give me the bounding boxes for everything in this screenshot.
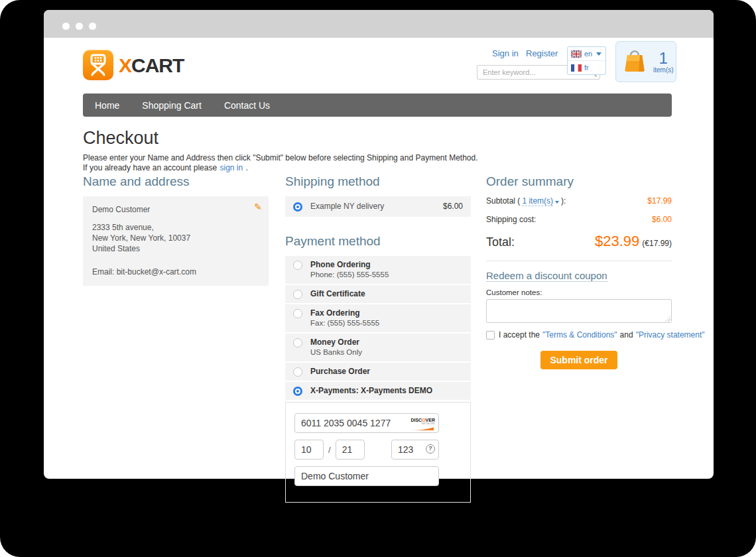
accept-terms-checkbox[interactable] xyxy=(486,331,495,340)
order-summary-section: Order summary Subtotal ( 1 item(s) ): $1… xyxy=(486,174,672,369)
intro-line-2: If you already have an account please si… xyxy=(83,163,478,173)
address-line-1: 2333 5th avenue, xyxy=(92,222,259,233)
address-section: Name and address ✎ Demo Customer 2333 5t… xyxy=(83,174,269,286)
payment-option-sublabel: Fax: (555) 555-5555 xyxy=(310,318,463,328)
shipping-heading: Shipping method xyxy=(285,174,471,189)
redeem-coupon-link[interactable]: Redeem a discount coupon xyxy=(486,270,607,282)
xcart-logo-icon[interactable] xyxy=(83,50,113,80)
window-minimize-dot[interactable] xyxy=(76,23,83,30)
shipping-option-price: $6.00 xyxy=(443,202,463,211)
payment-option-label: Phone Ordering xyxy=(310,260,463,270)
register-link[interactable]: Register xyxy=(526,48,558,58)
payment-option-label: Purchase Order xyxy=(310,367,463,377)
shipping-cost-value: $6.00 xyxy=(652,215,672,224)
nav-item-shopping-cart[interactable]: Shopping Cart xyxy=(142,100,202,111)
payment-option-label: Gift Certificate xyxy=(310,289,463,299)
payment-option-gift-certificate[interactable]: Gift Certificate xyxy=(285,285,471,303)
submit-order-button[interactable]: Submit order xyxy=(540,351,617,369)
screenshot-background: XCART Sign in Register xyxy=(0,0,756,557)
radio-selected-icon[interactable] xyxy=(293,202,302,212)
nav-item-home[interactable]: Home xyxy=(95,100,119,111)
language-option-fr[interactable]: fr xyxy=(568,60,605,74)
expiry-month-input[interactable] xyxy=(294,440,324,460)
credit-card-form: DISCOVER NETWORK / ? xyxy=(285,402,471,503)
expiry-separator: / xyxy=(328,445,331,455)
window-close-dot[interactable] xyxy=(62,23,70,30)
window-maximize-dot[interactable] xyxy=(89,23,96,30)
radio-unselected-icon[interactable] xyxy=(293,338,302,347)
address-line-2: New York, New York, 10037 xyxy=(92,233,259,243)
uk-flag-icon xyxy=(571,50,582,58)
radio-unselected-icon[interactable] xyxy=(293,290,302,299)
accept-prefix: I accept the xyxy=(499,330,540,340)
payment-option-label: Money Order xyxy=(310,338,463,347)
cardholder-name-input[interactable] xyxy=(294,466,439,486)
intro-line-1: Please enter your Name and Address then … xyxy=(83,153,478,163)
address-card: ✎ Demo Customer 2333 5th avenue, New Yor… xyxy=(83,196,269,286)
language-selected-label: en xyxy=(584,50,592,58)
address-line-3: United States xyxy=(92,243,259,254)
minicart-button[interactable]: 1 item(s) xyxy=(615,41,676,82)
chevron-down-icon[interactable] xyxy=(555,201,559,204)
cart-items-label: item(s) xyxy=(653,66,674,74)
payment-option-sublabel: Phone: (555) 555-5555 xyxy=(310,270,463,280)
customer-name: Demo Customer xyxy=(92,205,259,214)
items-dropdown-link[interactable]: 1 item(s) xyxy=(522,196,553,206)
page-title: Checkout xyxy=(83,128,158,149)
subtotal-label: Subtotal ( xyxy=(486,196,520,206)
radio-unselected-icon[interactable] xyxy=(293,309,302,318)
cvv-help-icon[interactable]: ? xyxy=(426,444,435,454)
xcart-logo-text[interactable]: XCART xyxy=(119,54,184,77)
shipping-option[interactable]: Example NY delivery $6.00 xyxy=(285,196,471,217)
shipping-payment-section: Shipping method Example NY delivery $6.0… xyxy=(285,174,471,503)
total-alt-currency: (€17.99) xyxy=(642,239,672,248)
chevron-down-icon xyxy=(596,52,601,56)
total-label: Total: xyxy=(486,235,515,249)
expiry-year-input[interactable] xyxy=(336,440,365,460)
order-summary-heading: Order summary xyxy=(486,174,672,189)
subtotal-value: $17.99 xyxy=(647,196,672,206)
shopping-bag-icon xyxy=(623,47,647,76)
shipping-cost-row: Shipping cost: $6.00 xyxy=(486,215,672,224)
language-other-label: fr xyxy=(584,64,589,72)
accept-terms-row: I accept the "Terms & Conditions" and "P… xyxy=(486,330,672,340)
cart-count: 1 xyxy=(653,50,674,66)
payment-option-purchase-order[interactable]: Purchase Order xyxy=(285,363,471,381)
payment-option-xpayments[interactable]: X-Payments: X-Payments DEMO xyxy=(285,382,471,400)
radio-unselected-icon[interactable] xyxy=(293,261,302,270)
payment-option-phone[interactable]: Phone Ordering Phone: (555) 555-5555 xyxy=(285,256,471,284)
checkout-intro: Please enter your Name and Address then … xyxy=(83,153,478,173)
payment-option-sublabel: US Banks Only xyxy=(310,347,463,357)
window-titlebar xyxy=(44,10,714,38)
browser-window: XCART Sign in Register xyxy=(44,10,714,479)
privacy-statement-link[interactable]: "Privacy statement" xyxy=(636,330,705,340)
discover-card-icon: DISCOVER NETWORK xyxy=(405,416,435,431)
sign-in-link[interactable]: Sign in xyxy=(492,48,519,58)
accept-middle: and xyxy=(620,330,633,340)
terms-conditions-link[interactable]: "Terms & Conditions" xyxy=(542,330,617,340)
language-dropdown: en fr xyxy=(567,46,606,75)
nav-item-contact-us[interactable]: Contact Us xyxy=(224,100,270,111)
payment-option-money-order[interactable]: Money Order US Banks Only xyxy=(285,334,471,361)
payment-heading: Payment method xyxy=(285,234,471,249)
language-option-en[interactable]: en xyxy=(568,47,605,60)
total-value: $23.99 xyxy=(595,233,639,250)
edit-address-icon[interactable]: ✎ xyxy=(254,202,262,212)
customer-notes-label: Customer notes: xyxy=(486,288,672,296)
main-nav: Home Shopping Cart Contact Us xyxy=(83,93,672,117)
radio-unselected-icon[interactable] xyxy=(293,367,302,377)
sign-in-inline-link[interactable]: sign in xyxy=(220,163,243,172)
subtotal-row: Subtotal ( 1 item(s) ): $17.99 xyxy=(486,196,672,206)
france-flag-icon xyxy=(571,64,582,72)
summary-divider xyxy=(486,261,672,261)
customer-notes-textarea[interactable] xyxy=(486,299,672,323)
shipping-option-label: Example NY delivery xyxy=(310,202,443,212)
radio-selected-icon[interactable] xyxy=(293,387,302,396)
payment-option-fax[interactable]: Fax Ordering Fax: (555) 555-5555 xyxy=(285,304,471,332)
total-row: Total: $23.99 (€17.99) xyxy=(486,233,672,250)
shipping-cost-label: Shipping cost: xyxy=(486,215,536,224)
payment-option-label: Fax Ordering xyxy=(310,308,463,318)
payment-option-label: X-Payments: X-Payments DEMO xyxy=(310,386,463,396)
customer-email: Email: bit-bucket@x-cart.com xyxy=(92,267,259,277)
address-heading: Name and address xyxy=(83,174,269,189)
